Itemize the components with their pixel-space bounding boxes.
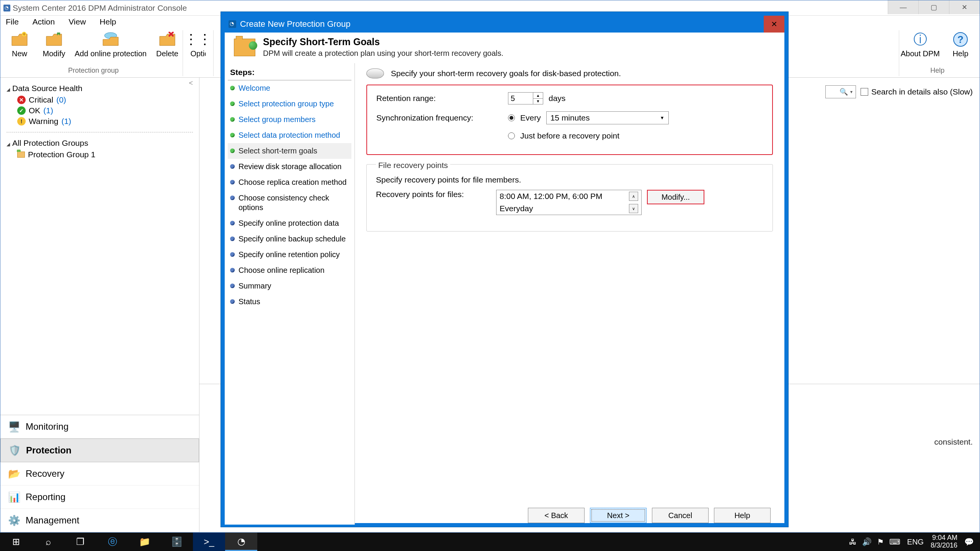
sync-every-radio[interactable] — [508, 114, 515, 121]
help-icon: ? — [951, 30, 970, 49]
protection-group-icon — [17, 152, 25, 158]
health-ok[interactable]: ✓ OK (1) — [17, 106, 193, 115]
search-details-checkbox[interactable]: Search in details also (Slow) — [861, 87, 973, 96]
info-icon: ⓘ — [911, 30, 929, 49]
toolbar-delete[interactable]: Delete — [154, 30, 181, 58]
tray-volume-icon[interactable]: 🔊 — [862, 537, 872, 546]
nav-reporting[interactable]: 📊 Reporting — [0, 486, 199, 509]
step-bullet-icon — [230, 196, 235, 200]
maximize-button[interactable]: ▢ — [918, 0, 949, 14]
step-4: Select short-term goals — [228, 143, 351, 159]
search-icon: 🔍 — [840, 88, 848, 96]
dialog-app-icon — [229, 20, 236, 28]
minimize-button[interactable]: — — [888, 0, 918, 14]
step-bullet-icon — [230, 117, 235, 122]
retention-input[interactable] — [508, 93, 533, 104]
task-view-button[interactable]: ❐ — [64, 533, 96, 551]
tray-lang[interactable]: ENG — [907, 538, 924, 546]
sync-just-before-radio[interactable] — [508, 132, 515, 139]
chevron-down-icon: ▼ — [660, 115, 665, 121]
monitoring-icon: 🖥️ — [8, 421, 20, 433]
dialog-footer: < Back Next > Cancel Help — [528, 508, 771, 523]
steps-header: Steps: — [228, 66, 351, 80]
search-dropdown-icon[interactable]: ▾ — [850, 89, 853, 95]
form-instruction: Specify your short-term recovery goals f… — [391, 69, 621, 78]
tray-notifications-icon[interactable]: 💬 — [964, 537, 974, 546]
health-warning[interactable]: ! Warning (1) — [17, 117, 193, 126]
step-0[interactable]: Welcome — [228, 80, 351, 96]
sync-every-label: Every — [520, 113, 541, 122]
recovery-points-display: 8:00 AM, 12:00 PM, 6:00 PM ∧ Everyday ∨ — [496, 190, 642, 215]
tray-security-icon[interactable]: ⚑ — [877, 537, 884, 546]
dialog-header-icon — [234, 39, 255, 56]
close-button[interactable]: ✕ — [949, 0, 980, 14]
frp-instruction: Specify recovery points for file members… — [376, 175, 763, 184]
options-icon: ⋮⋮ — [189, 30, 207, 49]
taskbar-server-manager[interactable]: 🗄️ — [161, 533, 193, 551]
step-11: Choose online replication — [228, 262, 351, 278]
step-bullet-icon — [230, 164, 235, 169]
taskbar-dpm[interactable]: ◔ — [225, 533, 257, 551]
sync-interval-select[interactable]: 15 minutes ▼ — [546, 111, 669, 124]
nav-monitoring[interactable]: 🖥️ Monitoring — [0, 415, 199, 439]
retention-spinner[interactable]: ▲▼ — [508, 92, 543, 104]
toolbar-help[interactable]: ? Help — [947, 30, 974, 58]
retention-unit: days — [549, 94, 565, 103]
recovery-icon: 📂 — [8, 468, 20, 480]
dialog-close-button[interactable]: ✕ — [764, 16, 784, 33]
step-bullet-icon — [230, 236, 235, 241]
menu-file[interactable]: File — [3, 16, 21, 28]
rp-down-button[interactable]: ∨ — [629, 204, 638, 213]
modify-folder-icon — [45, 30, 63, 49]
tree-data-source-health[interactable]: Data Source Health — [7, 84, 193, 93]
spin-down-icon[interactable]: ▼ — [533, 99, 543, 104]
nav-recovery[interactable]: 📂 Recovery — [0, 462, 199, 486]
spin-up-icon[interactable]: ▲ — [533, 93, 543, 99]
step-5: Review disk storage allocation — [228, 159, 351, 174]
tree-all-protection-groups[interactable]: All Protection Groups — [7, 139, 193, 148]
cancel-button[interactable]: Cancel — [652, 508, 709, 523]
toolbar-group-label: Protection group — [68, 67, 119, 75]
step-bullet-icon — [230, 299, 235, 304]
step-1[interactable]: Select protection group type — [228, 96, 351, 112]
rp-up-button[interactable]: ∧ — [629, 192, 638, 201]
toolbar-add-online[interactable]: Add online protection — [75, 30, 147, 58]
step-6: Choose replica creation method — [228, 174, 351, 190]
taskbar-ie[interactable]: ⓔ — [96, 533, 129, 551]
nav-management[interactable]: ⚙️ Management — [0, 509, 199, 532]
add-online-icon — [101, 30, 120, 49]
back-button[interactable]: < Back — [528, 508, 585, 523]
content-fragment: consistent. — [934, 437, 973, 447]
collapse-nav-icon[interactable]: < — [189, 79, 193, 87]
step-3[interactable]: Select data protection method — [228, 127, 351, 143]
toolbar-new[interactable]: New — [6, 30, 33, 58]
start-button[interactable]: ⊞ — [0, 533, 32, 551]
frp-legend: File recovery points — [376, 161, 450, 170]
menu-view[interactable]: View — [66, 16, 88, 28]
sync-just-before-label: Just before a recovery point — [520, 131, 619, 140]
tray-keyboard-icon[interactable]: ⌨ — [889, 537, 900, 546]
toolbar-modify[interactable]: Modify — [40, 30, 68, 58]
toolbar-options[interactable]: ⋮⋮ Options — [184, 30, 212, 58]
next-button[interactable]: Next > — [590, 508, 647, 523]
step-2[interactable]: Select group members — [228, 112, 351, 127]
tray-clock[interactable]: 9:04 AM 8/3/2016 — [931, 534, 957, 549]
disk-icon — [366, 68, 384, 78]
taskbar-search[interactable]: ⌕ — [32, 533, 64, 551]
toolbar-group-help-label: Help — [930, 67, 944, 75]
modify-button[interactable]: Modify... — [647, 190, 704, 204]
warning-icon: ! — [17, 117, 26, 126]
taskbar-explorer[interactable]: 📁 — [129, 533, 161, 551]
toolbar-about[interactable]: ⓘ About DPM — [901, 30, 940, 58]
health-critical[interactable]: ✕ Critical (0) — [17, 95, 193, 104]
nav-protection[interactable]: 🛡️ Protection — [0, 439, 199, 462]
tray-network-icon[interactable]: 🖧 — [849, 538, 857, 546]
taskbar: ⊞ ⌕ ❐ ⓔ 📁 🗄️ >_ ◔ 🖧 🔊 ⚑ ⌨ ENG 9:04 AM 8/… — [0, 533, 980, 551]
taskbar-powershell[interactable]: >_ — [193, 533, 225, 551]
menu-action[interactable]: Action — [30, 16, 57, 28]
step-7: Choose consistency check options — [228, 190, 351, 215]
menu-help[interactable]: Help — [97, 16, 118, 28]
protection-group-1[interactable]: Protection Group 1 — [17, 150, 193, 159]
search-input[interactable]: 🔍 ▾ — [825, 85, 856, 98]
help-button[interactable]: Help — [714, 508, 771, 523]
